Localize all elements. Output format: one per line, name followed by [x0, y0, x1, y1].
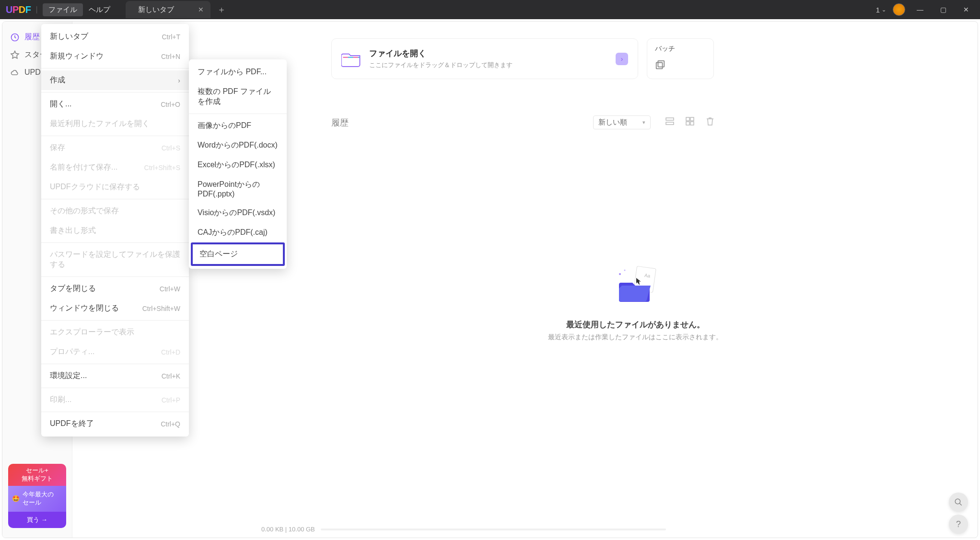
- menu-shortcut: Ctrl+Shift+S: [144, 164, 180, 172]
- menu-item-label: 書き出し形式: [50, 226, 96, 236]
- empty-state: Aa 最近使用したファイルがありません。 最近表示または作業したファイルはここに…: [331, 264, 939, 342]
- submenu-item[interactable]: 画像からのPDF: [189, 116, 287, 136]
- open-file-button[interactable]: ›: [616, 53, 628, 65]
- submenu-item[interactable]: ファイルから PDF...: [189, 62, 287, 82]
- file-menu-panel: 新しいタブCtrl+T新規ウィンドウCtrl+N作成›開く...Ctrl+O最近…: [41, 24, 189, 437]
- menu-item-label: 保存: [50, 143, 65, 153]
- help-fab[interactable]: ?: [949, 515, 968, 534]
- menu-item-label: プロパティ...: [50, 347, 94, 357]
- star-icon: [10, 50, 20, 60]
- empty-illustration: Aa: [607, 264, 664, 307]
- search-fab[interactable]: [949, 493, 968, 512]
- submenu-item[interactable]: ExcelからのPDF(.xlsx): [189, 155, 287, 175]
- minimize-icon[interactable]: —: [912, 4, 928, 15]
- svg-rect-8: [690, 122, 694, 125]
- titlebar: UPDF | ファイル ヘルプ 新しいタブ ✕ ＋ 1⌄ — ▢ ✕: [0, 0, 980, 19]
- menu-separator: [41, 364, 189, 364]
- menu-separator: [41, 388, 189, 388]
- chevron-right-icon: ›: [178, 77, 180, 84]
- submenu-item[interactable]: VisioからのPDF(.vsdx): [189, 203, 287, 223]
- menu-item: 保存Ctrl+S: [41, 138, 189, 158]
- chevron-down-icon: ▾: [642, 119, 645, 126]
- menu-separator: [41, 68, 189, 69]
- menu-separator: [41, 199, 189, 199]
- menu-separator: [41, 242, 189, 243]
- menu-shortcut: Ctrl+P: [162, 396, 180, 404]
- maximize-icon[interactable]: ▢: [935, 4, 951, 15]
- history-heading: 履歴: [331, 117, 349, 128]
- create-submenu-panel: ファイルから PDF...複数の PDF ファイルを作成画像からのPDFWord…: [189, 59, 287, 269]
- menu-item: その他の形式で保存: [41, 201, 189, 221]
- menu-item-label: 最近利用したファイルを開く: [50, 119, 150, 129]
- menu-item[interactable]: 開く...Ctrl+O: [41, 94, 189, 114]
- user-avatar[interactable]: [893, 3, 905, 16]
- promo-cta[interactable]: 買う →: [8, 512, 66, 528]
- storage-bar: 0.00 KB | 10.00 GB: [261, 526, 666, 533]
- menu-shortcut: Ctrl+K: [162, 372, 180, 380]
- menu-item-label: タブを閉じる: [50, 284, 96, 294]
- batch-title: バッチ: [655, 45, 706, 53]
- menu-item: 書き出し形式: [41, 221, 189, 241]
- menu-item-label: パスワードを設定してファイルを保護する: [50, 250, 180, 270]
- submenu-item[interactable]: 複数の PDF ファイルを作成: [189, 82, 287, 112]
- menu-shortcut: Ctrl+O: [161, 101, 180, 108]
- svg-rect-6: [690, 117, 694, 121]
- menu-item-label: 新規ウィンドウ: [50, 51, 104, 61]
- menu-file[interactable]: ファイル: [43, 3, 83, 16]
- menu-separator: [41, 276, 189, 277]
- app-logo: UPDF: [6, 4, 31, 15]
- svg-rect-2: [658, 61, 664, 67]
- add-tab-icon[interactable]: ＋: [217, 4, 226, 15]
- menu-shortcut: Ctrl+S: [162, 144, 180, 152]
- promo-banner[interactable]: セール+ 無料ギフト 🤩 今年最大の セール 買う →: [8, 464, 66, 528]
- menu-item: 最近利用したファイルを開く: [41, 114, 189, 134]
- menu-item[interactable]: 作成›: [41, 70, 189, 90]
- open-file-card[interactable]: ファイルを開く ここにファイルをドラッグ＆ドロップして開きます ›: [331, 38, 638, 79]
- storage-text: 0.00 KB | 10.00 GB: [261, 526, 315, 533]
- menu-item: プロパティ...Ctrl+D: [41, 342, 189, 362]
- chevron-right-icon: ›: [621, 55, 623, 63]
- batch-card[interactable]: バッチ: [647, 38, 714, 79]
- submenu-item-blank-page[interactable]: 空白ページ: [191, 242, 285, 266]
- promo-top: セール+ 無料ギフト: [8, 464, 66, 486]
- tab-counter[interactable]: 1⌄: [876, 6, 886, 14]
- storage-track: [321, 529, 666, 530]
- menu-item-label: その他の形式で保存: [50, 206, 119, 216]
- menu-separator: [189, 114, 287, 114]
- empty-subtitle: 最近表示または作業したファイルはここに表示されます。: [331, 333, 939, 342]
- menu-item-label: ウィンドウを閉じる: [50, 303, 119, 313]
- svg-rect-3: [666, 118, 674, 120]
- svg-rect-5: [686, 117, 689, 121]
- svg-point-11: [619, 273, 621, 275]
- menu-item[interactable]: 新しいタブCtrl+T: [41, 27, 189, 46]
- menu-item[interactable]: UPDFを終了Ctrl+Q: [41, 414, 189, 434]
- menu-item: 名前を付けて保存...Ctrl+Shift+S: [41, 158, 189, 177]
- view-grid-icon[interactable]: [685, 116, 695, 128]
- menu-item[interactable]: ウィンドウを閉じるCtrl+Shift+W: [41, 299, 189, 318]
- tab-new[interactable]: 新しいタブ ✕: [126, 1, 210, 18]
- menu-help[interactable]: ヘルプ: [83, 3, 116, 16]
- close-icon[interactable]: ✕: [198, 6, 204, 13]
- open-file-subtitle: ここにファイルをドラッグ＆ドロップして開きます: [369, 61, 513, 69]
- menu-item-label: 環境設定...: [50, 371, 87, 381]
- open-file-title: ファイルを開く: [369, 48, 513, 59]
- sort-dropdown[interactable]: 新しい順 ▾: [593, 115, 651, 129]
- chevron-down-icon: ⌄: [882, 7, 886, 13]
- view-list-icon[interactable]: [665, 116, 675, 128]
- svg-point-12: [624, 270, 626, 271]
- submenu-item[interactable]: WordからのPDF(.docx): [189, 136, 287, 155]
- menu-item-label: 印刷...: [50, 395, 71, 405]
- menu-separator: [41, 320, 189, 321]
- menu-item[interactable]: 環境設定...Ctrl+K: [41, 366, 189, 386]
- close-window-icon[interactable]: ✕: [958, 4, 974, 15]
- menu-item[interactable]: 新規ウィンドウCtrl+N: [41, 46, 189, 66]
- svg-rect-7: [686, 122, 689, 125]
- submenu-item[interactable]: PowerPointからのPDF(.pptx): [189, 175, 287, 203]
- trash-icon[interactable]: [705, 116, 715, 128]
- menu-shortcut: Ctrl+T: [162, 33, 181, 41]
- submenu-item[interactable]: CAJからのPDF(.caj): [189, 223, 287, 242]
- menu-item[interactable]: タブを閉じるCtrl+W: [41, 279, 189, 299]
- menu-shortcut: Ctrl+Shift+W: [142, 305, 180, 312]
- menu-item-label: 開く...: [50, 99, 71, 109]
- menu-item: UPDFクラウドに保存する: [41, 177, 189, 197]
